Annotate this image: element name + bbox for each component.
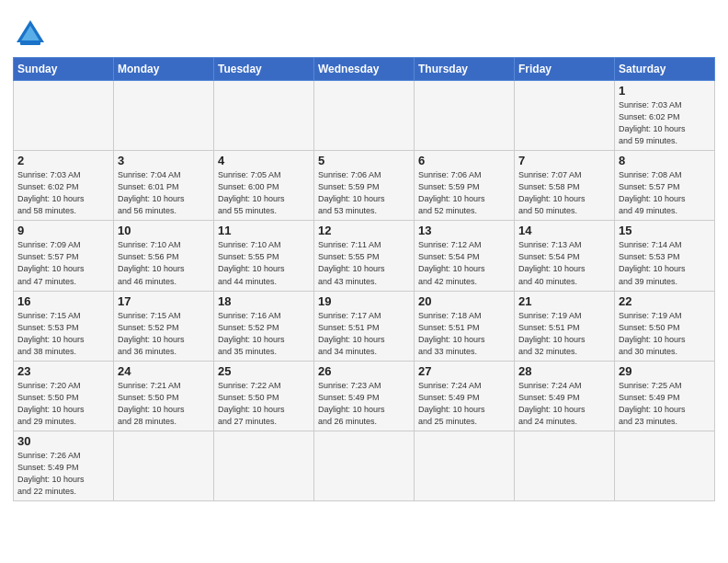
calendar-table: SundayMondayTuesdayWednesdayThursdayFrid… [13, 57, 715, 501]
day-info: Sunrise: 7:06 AM Sunset: 5:59 PM Dayligh… [418, 169, 510, 217]
weekday-header-wednesday: Wednesday [314, 58, 415, 81]
weekday-header-friday: Friday [515, 58, 615, 81]
calendar-cell: 17Sunrise: 7:15 AM Sunset: 5:52 PM Dayli… [114, 291, 214, 361]
day-number: 4 [218, 154, 310, 167]
calendar-cell: 8Sunrise: 7:08 AM Sunset: 5:57 PM Daylig… [615, 151, 715, 221]
calendar-cell [314, 81, 415, 151]
calendar-cell: 20Sunrise: 7:18 AM Sunset: 5:51 PM Dayli… [415, 291, 515, 361]
calendar-cell: 6Sunrise: 7:06 AM Sunset: 5:59 PM Daylig… [415, 151, 515, 221]
calendar-cell: 21Sunrise: 7:19 AM Sunset: 5:51 PM Dayli… [515, 291, 615, 361]
calendar-cell: 15Sunrise: 7:14 AM Sunset: 5:53 PM Dayli… [615, 221, 715, 291]
calendar-cell: 11Sunrise: 7:10 AM Sunset: 5:55 PM Dayli… [214, 221, 314, 291]
day-info: Sunrise: 7:26 AM Sunset: 5:49 PM Dayligh… [17, 450, 109, 498]
day-info: Sunrise: 7:19 AM Sunset: 5:51 PM Dayligh… [518, 310, 610, 358]
day-info: Sunrise: 7:20 AM Sunset: 5:50 PM Dayligh… [17, 380, 109, 428]
day-info: Sunrise: 7:03 AM Sunset: 6:02 PM Dayligh… [17, 169, 109, 217]
calendar-cell: 4Sunrise: 7:05 AM Sunset: 6:00 PM Daylig… [214, 151, 314, 221]
calendar-cell: 22Sunrise: 7:19 AM Sunset: 5:50 PM Dayli… [615, 291, 715, 361]
day-number: 30 [17, 434, 109, 448]
day-info: Sunrise: 7:15 AM Sunset: 5:53 PM Dayligh… [17, 310, 109, 358]
calendar-cell: 28Sunrise: 7:24 AM Sunset: 5:49 PM Dayli… [515, 361, 615, 431]
day-number: 27 [418, 364, 510, 378]
calendar-week-row: 2Sunrise: 7:03 AM Sunset: 6:02 PM Daylig… [14, 151, 715, 221]
calendar-cell [14, 81, 114, 151]
calendar-cell: 7Sunrise: 7:07 AM Sunset: 5:58 PM Daylig… [515, 151, 615, 221]
day-info: Sunrise: 7:16 AM Sunset: 5:52 PM Dayligh… [218, 310, 310, 358]
day-number: 24 [118, 364, 210, 378]
calendar-week-row: 30Sunrise: 7:26 AM Sunset: 5:49 PM Dayli… [14, 431, 715, 500]
day-info: Sunrise: 7:18 AM Sunset: 5:51 PM Dayligh… [418, 310, 510, 358]
day-info: Sunrise: 7:24 AM Sunset: 5:49 PM Dayligh… [518, 380, 610, 428]
day-info: Sunrise: 7:14 AM Sunset: 5:53 PM Dayligh… [619, 239, 711, 287]
calendar-cell: 23Sunrise: 7:20 AM Sunset: 5:50 PM Dayli… [14, 361, 114, 431]
day-number: 6 [418, 154, 510, 167]
day-number: 10 [118, 224, 210, 237]
day-number: 25 [218, 364, 310, 378]
day-info: Sunrise: 7:12 AM Sunset: 5:54 PM Dayligh… [418, 239, 510, 287]
day-info: Sunrise: 7:15 AM Sunset: 5:52 PM Dayligh… [118, 310, 210, 358]
calendar-cell: 1Sunrise: 7:03 AM Sunset: 6:02 PM Daylig… [615, 81, 715, 151]
calendar-cell [214, 81, 314, 151]
calendar-cell: 19Sunrise: 7:17 AM Sunset: 5:51 PM Dayli… [314, 291, 415, 361]
calendar-cell [114, 431, 214, 500]
day-info: Sunrise: 7:10 AM Sunset: 5:55 PM Dayligh… [218, 239, 310, 287]
day-info: Sunrise: 7:03 AM Sunset: 6:02 PM Dayligh… [619, 99, 711, 147]
calendar-week-row: 1Sunrise: 7:03 AM Sunset: 6:02 PM Daylig… [14, 81, 715, 151]
day-number: 7 [518, 154, 610, 167]
calendar-week-row: 9Sunrise: 7:09 AM Sunset: 5:57 PM Daylig… [14, 221, 715, 291]
weekday-header-thursday: Thursday [415, 58, 515, 81]
calendar-cell: 10Sunrise: 7:10 AM Sunset: 5:56 PM Dayli… [114, 221, 214, 291]
generalblue-logo-icon [13, 17, 48, 52]
svg-rect-2 [20, 40, 40, 45]
calendar-cell: 29Sunrise: 7:25 AM Sunset: 5:49 PM Dayli… [615, 361, 715, 431]
day-info: Sunrise: 7:09 AM Sunset: 5:57 PM Dayligh… [17, 239, 109, 287]
calendar-cell [114, 81, 214, 151]
day-number: 19 [318, 294, 410, 308]
weekday-header-tuesday: Tuesday [214, 58, 314, 81]
day-number: 5 [318, 154, 410, 167]
calendar-cell: 3Sunrise: 7:04 AM Sunset: 6:01 PM Daylig… [114, 151, 214, 221]
day-info: Sunrise: 7:08 AM Sunset: 5:57 PM Dayligh… [619, 169, 711, 217]
header [13, 9, 715, 52]
logo [13, 17, 51, 52]
calendar-cell: 25Sunrise: 7:22 AM Sunset: 5:50 PM Dayli… [214, 361, 314, 431]
calendar-cell [415, 431, 515, 500]
page: SundayMondayTuesdayWednesdayThursdayFrid… [0, 0, 728, 514]
day-info: Sunrise: 7:04 AM Sunset: 6:01 PM Dayligh… [118, 169, 210, 217]
day-info: Sunrise: 7:11 AM Sunset: 5:55 PM Dayligh… [318, 239, 410, 287]
weekday-header-monday: Monday [114, 58, 214, 81]
day-number: 13 [418, 224, 510, 237]
calendar-cell: 9Sunrise: 7:09 AM Sunset: 5:57 PM Daylig… [14, 221, 114, 291]
calendar-cell [214, 431, 314, 500]
calendar-cell: 18Sunrise: 7:16 AM Sunset: 5:52 PM Dayli… [214, 291, 314, 361]
weekday-header-row: SundayMondayTuesdayWednesdayThursdayFrid… [14, 58, 715, 81]
calendar-cell: 27Sunrise: 7:24 AM Sunset: 5:49 PM Dayli… [415, 361, 515, 431]
day-number: 26 [318, 364, 410, 378]
day-info: Sunrise: 7:21 AM Sunset: 5:50 PM Dayligh… [118, 380, 210, 428]
calendar-cell: 16Sunrise: 7:15 AM Sunset: 5:53 PM Dayli… [14, 291, 114, 361]
day-info: Sunrise: 7:06 AM Sunset: 5:59 PM Dayligh… [318, 169, 410, 217]
day-number: 8 [619, 154, 711, 167]
day-info: Sunrise: 7:23 AM Sunset: 5:49 PM Dayligh… [318, 380, 410, 428]
calendar-cell: 5Sunrise: 7:06 AM Sunset: 5:59 PM Daylig… [314, 151, 415, 221]
day-info: Sunrise: 7:05 AM Sunset: 6:00 PM Dayligh… [218, 169, 310, 217]
weekday-header-sunday: Sunday [14, 58, 114, 81]
day-info: Sunrise: 7:13 AM Sunset: 5:54 PM Dayligh… [518, 239, 610, 287]
calendar-cell: 13Sunrise: 7:12 AM Sunset: 5:54 PM Dayli… [415, 221, 515, 291]
day-number: 21 [518, 294, 610, 308]
day-number: 29 [619, 364, 711, 378]
day-number: 9 [17, 224, 109, 237]
day-number: 20 [418, 294, 510, 308]
day-number: 1 [619, 84, 711, 98]
day-info: Sunrise: 7:10 AM Sunset: 5:56 PM Dayligh… [118, 239, 210, 287]
calendar-cell [515, 431, 615, 500]
calendar-cell: 24Sunrise: 7:21 AM Sunset: 5:50 PM Dayli… [114, 361, 214, 431]
day-number: 11 [218, 224, 310, 237]
day-info: Sunrise: 7:19 AM Sunset: 5:50 PM Dayligh… [619, 310, 711, 358]
day-number: 14 [518, 224, 610, 237]
calendar-cell: 26Sunrise: 7:23 AM Sunset: 5:49 PM Dayli… [314, 361, 415, 431]
day-info: Sunrise: 7:22 AM Sunset: 5:50 PM Dayligh… [218, 380, 310, 428]
calendar-cell: 14Sunrise: 7:13 AM Sunset: 5:54 PM Dayli… [515, 221, 615, 291]
day-number: 18 [218, 294, 310, 308]
day-number: 23 [17, 364, 109, 378]
